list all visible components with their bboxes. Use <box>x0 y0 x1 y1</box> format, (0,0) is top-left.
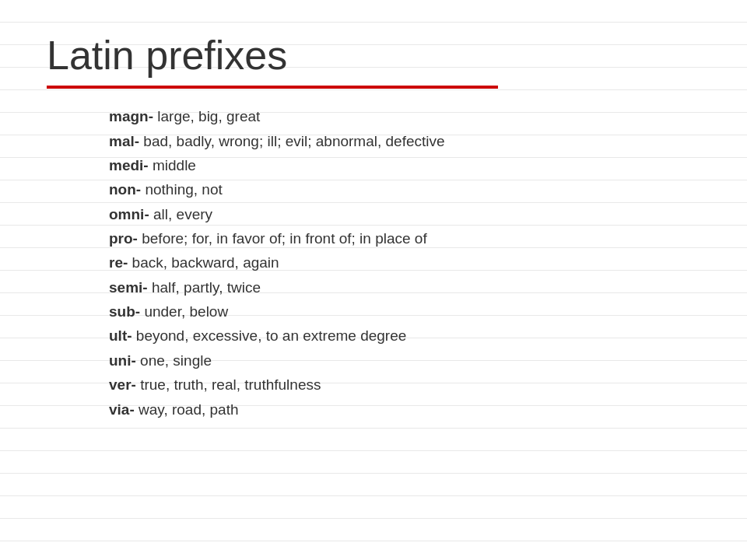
prefix-definition: large, big, great <box>153 108 260 124</box>
list-item: magn- large, big, great <box>109 104 700 128</box>
prefix-bold: ver- <box>109 376 136 393</box>
prefix-definition: before; for, in favor of; in front of; i… <box>138 230 427 247</box>
prefix-definition: half, partly, twice <box>148 279 261 296</box>
list-item: mal- bad, badly, wrong; ill; evil; abnor… <box>109 129 700 153</box>
prefix-definition: middle <box>149 157 196 173</box>
prefix-list: magn- large, big, greatmal- bad, badly, … <box>47 104 700 421</box>
prefix-bold: ult- <box>109 327 132 344</box>
prefix-bold: re- <box>109 254 128 271</box>
prefix-bold: uni- <box>109 352 136 369</box>
list-item: non- nothing, not <box>109 177 700 201</box>
prefix-definition: bad, badly, wrong; ill; evil; abnormal, … <box>139 133 445 149</box>
list-item: uni- one, single <box>109 348 700 373</box>
prefix-bold: via- <box>109 401 135 418</box>
prefix-definition: all, every <box>149 206 212 222</box>
prefix-bold: semi- <box>109 279 148 296</box>
list-item: ult- beyond, excessive, to an extreme de… <box>109 324 700 348</box>
list-item: sub- under, below <box>109 299 700 324</box>
prefix-definition: back, backward, again <box>128 254 279 271</box>
prefix-bold: medi- <box>109 157 149 173</box>
list-item: medi- middle <box>109 153 700 177</box>
list-item: semi- half, partly, twice <box>109 275 700 299</box>
list-item: re- back, backward, again <box>109 250 700 275</box>
prefix-bold: magn- <box>109 108 153 124</box>
prefix-bold: omni- <box>109 206 149 222</box>
slide-title: Latin prefixes <box>47 31 700 79</box>
slide-content: Latin prefixes magn- large, big, greatma… <box>47 31 700 422</box>
prefix-bold: sub- <box>109 303 140 320</box>
prefix-definition: nothing, not <box>141 181 223 198</box>
prefix-bold: non- <box>109 181 141 198</box>
list-item: pro- before; for, in favor of; in front … <box>109 226 700 250</box>
list-item: ver- true, truth, real, truthfulness <box>109 373 700 397</box>
list-item: via- way, road, path <box>109 397 700 422</box>
prefix-definition: way, road, path <box>135 401 239 418</box>
prefix-definition: under, below <box>140 303 228 320</box>
prefix-definition: beyond, excessive, to an extreme degree <box>132 327 407 344</box>
prefix-bold: pro- <box>109 230 138 247</box>
title-underline <box>47 86 498 89</box>
prefix-bold: mal- <box>109 133 139 149</box>
prefix-definition: one, single <box>136 352 212 369</box>
slide: Latin prefixes magn- large, big, greatma… <box>0 0 747 560</box>
prefix-definition: true, truth, real, truthfulness <box>136 376 321 393</box>
list-item: omni- all, every <box>109 202 700 226</box>
